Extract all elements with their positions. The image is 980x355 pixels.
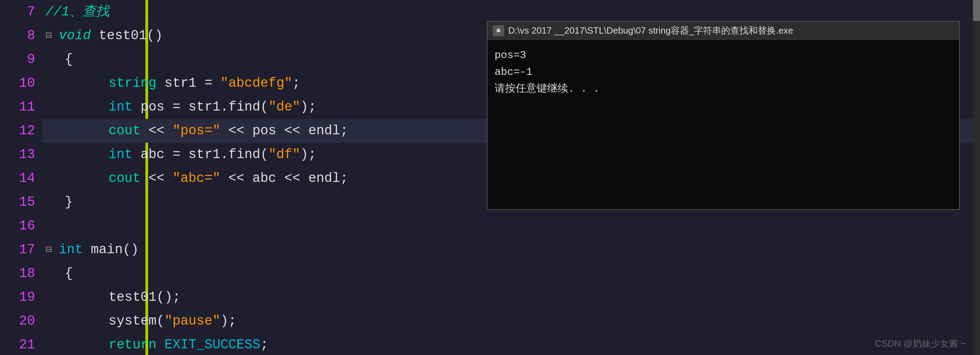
code-line-20: system ( "pause" ); [42, 309, 980, 333]
line-num-18: 18 [19, 261, 35, 285]
terminal-window: ■ D:\vs 2017 __2017\STL\Debug\07 string容… [487, 21, 960, 210]
line-num-17: 17 [19, 238, 35, 261]
terminal-icon-symbol: ■ [496, 27, 501, 35]
code-line-16 [42, 214, 980, 238]
func-main: main [83, 238, 123, 261]
terminal-title: D:\vs 2017 __2017\STL\Debug\07 string容器_… [508, 24, 793, 37]
kw-cout-14: cout [108, 166, 140, 190]
kw-int-17: int [59, 238, 83, 261]
code-line-17: ⊟ int main () [42, 238, 980, 261]
editor-area: 7 8 9 10 11 12 13 14 15 16 17 18 19 20 2… [0, 0, 980, 355]
terminal-output-line-2: abc=-1 [495, 63, 952, 81]
terminal-output-line-1: pos=3 [495, 47, 952, 63]
line-num-11: 11 [19, 95, 35, 119]
code-line-18: { [42, 261, 980, 285]
line-num-7: 7 [27, 0, 35, 24]
line-num-20: 20 [19, 309, 35, 333]
scrollbar[interactable] [973, 0, 980, 355]
line-num-14: 14 [19, 166, 35, 190]
code-line-21: return EXIT_SUCCESS ; [42, 333, 980, 355]
line-num-19: 19 [19, 285, 35, 309]
line-num-12: 12 [19, 119, 35, 143]
kw-int-13: int [108, 143, 132, 166]
kw-void-8: void [59, 24, 91, 48]
watermark: CSDN @奶妹少女酱 ~ [875, 338, 966, 350]
line-num-15: 15 [19, 190, 35, 214]
terminal-icon: ■ [493, 25, 504, 36]
brace-close-15: } [65, 190, 73, 214]
line-num-10: 10 [19, 71, 35, 95]
line-numbers: 7 8 9 10 11 12 13 14 15 16 17 18 19 20 2… [0, 0, 42, 355]
line-num-8: 8 [27, 24, 35, 48]
str-abcdefg: "abcdefg" [220, 71, 292, 95]
line-num-9: 9 [27, 48, 35, 71]
line-num-16: 16 [19, 214, 35, 238]
code-line-19: test01 (); [42, 285, 980, 309]
kw-string-10: string [108, 71, 157, 95]
brace-open-9: { [65, 48, 73, 71]
terminal-titlebar: ■ D:\vs 2017 __2017\STL\Debug\07 string容… [488, 22, 959, 40]
kw-int-11: int [108, 95, 132, 119]
line-num-21: 21 [19, 333, 35, 355]
var-str1: str1 [157, 71, 205, 95]
fold-marker-8[interactable]: ⊟ [46, 24, 56, 48]
func-test01: test01 [91, 24, 147, 48]
brace-open-18: { [65, 261, 73, 285]
punct-8: () [147, 24, 163, 48]
terminal-output-line-3: 请按任意键继续. . . [495, 81, 952, 97]
code-line-7: //1、查找 [42, 0, 980, 24]
fold-marker-17[interactable]: ⊟ [46, 238, 56, 261]
kw-cout-12: cout [108, 119, 140, 143]
comment-text: //1、查找 [46, 0, 109, 24]
line-num-13: 13 [19, 143, 35, 166]
scrollbar-thumb[interactable] [973, 0, 980, 21]
terminal-body: pos=3 abc=-1 请按任意键继续. . . [488, 40, 959, 209]
